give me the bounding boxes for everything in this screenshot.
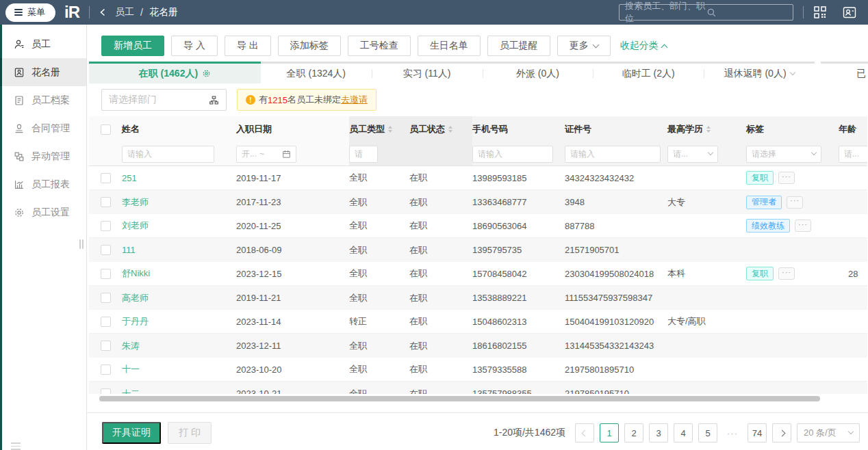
tab-1[interactable]: 全职 (1324人) <box>261 62 372 83</box>
tab-5[interactable]: 退休返聘 (0人) <box>704 62 815 83</box>
sort-icon[interactable] <box>388 126 392 133</box>
tab-label: 退休返聘 (0人) <box>724 68 787 80</box>
navbar-divider-right <box>803 6 804 18</box>
sidebar-item-label: 员工报表 <box>31 178 70 191</box>
toolbar-button-1[interactable]: 导 出 <box>225 36 271 56</box>
sidebar-item-archive[interactable]: 员工档案 <box>0 86 86 114</box>
search-icon <box>706 8 788 18</box>
cell-status: 在职 <box>409 286 472 310</box>
toolbar-button-2[interactable]: 添加标签 <box>278 36 341 56</box>
page-button-4[interactable]: 4 <box>674 423 693 442</box>
row-checkbox[interactable] <box>101 341 111 351</box>
cell-hire-date: 2023-12-11 <box>236 334 349 358</box>
page-button-1[interactable]: 1 <box>600 423 619 442</box>
tab-3[interactable]: 外派 (0人) <box>483 62 593 83</box>
back-button[interactable] <box>99 8 107 16</box>
page-button-2[interactable]: 2 <box>624 423 643 442</box>
row-checkbox[interactable] <box>101 245 111 255</box>
sort-icon[interactable] <box>448 126 452 133</box>
toolbar-button-5[interactable]: 员工提醒 <box>487 36 550 56</box>
employee-name-link[interactable]: 251 <box>122 173 137 183</box>
employee-name-link[interactable]: 李老师 <box>122 196 149 209</box>
filter-id-input[interactable]: 请输入 <box>565 146 661 163</box>
employee-name-link[interactable]: 刘老师 <box>122 220 149 232</box>
tag-more-button[interactable] <box>795 220 811 232</box>
row-checkbox[interactable] <box>101 221 111 231</box>
filter-type-input[interactable]: 请 <box>349 146 378 163</box>
sidebar-item-settings[interactable]: 员工设置 <box>0 198 86 226</box>
tab-4[interactable]: 临时工 (2人) <box>593 62 704 83</box>
tab-0[interactable]: 在职 (1462人) <box>89 62 261 83</box>
table-row: 251 2019-11-17 全职 在职 13989593185 3432432… <box>89 166 867 190</box>
sidebar-item-contract[interactable]: 合同管理 <box>0 114 86 142</box>
select-all-checkbox[interactable] <box>101 124 111 135</box>
table-header: 姓名 入职日期 员工类型 员工状态 手机号码 证件号 最高学历 标签 年龄 请输… <box>89 116 867 166</box>
page-button-5[interactable]: 5 <box>698 423 717 442</box>
invite-link[interactable]: 去邀请 <box>341 94 368 106</box>
page-size-value: 20 条/页 <box>804 427 837 439</box>
employee-name-link[interactable]: 十二 <box>122 388 140 395</box>
employee-name-link[interactable]: 111 <box>122 245 136 255</box>
menu-button[interactable]: 菜单 <box>5 3 55 22</box>
row-checkbox[interactable] <box>101 317 111 327</box>
tag-more-button[interactable] <box>778 267 795 280</box>
cell-hire-date: 2018-06-09 <box>236 238 349 262</box>
add-employee-button[interactable]: 新增员工 <box>101 36 164 56</box>
filter-tags-select[interactable]: 请选择 <box>746 146 821 163</box>
chevron-down-icon <box>789 69 795 75</box>
filter-phone-input[interactable]: 请输入 <box>472 146 553 163</box>
employee-name-link[interactable]: 于丹丹 <box>122 315 149 328</box>
sidebar-item-roster[interactable]: 花名册 <box>0 58 86 86</box>
tab-overflow[interactable]: 已 <box>821 62 868 83</box>
prev-page-button[interactable] <box>575 423 594 442</box>
department-select[interactable]: 请选择部门 <box>101 89 227 111</box>
tag-more-button[interactable] <box>787 196 803 209</box>
row-checkbox[interactable] <box>101 365 111 375</box>
top-navbar: 菜单 iR 员工 / 花名册 搜索员工、部门、职位 <box>0 0 868 25</box>
collapse-categories-link[interactable]: 收起分类 <box>620 40 667 52</box>
next-page-button[interactable] <box>772 423 791 442</box>
page-button-3[interactable]: 3 <box>649 423 668 442</box>
breadcrumb-parent[interactable]: 员工 <box>115 6 134 18</box>
cell-age: 28 <box>839 262 867 285</box>
main-content: 新增员工 导 入导 出添加标签工号检查生日名单员工提醒 更多 收起分类 在职 (… <box>87 25 868 450</box>
sidebar-item-report[interactable]: 员工报表 <box>0 170 86 198</box>
page-button-74[interactable]: 74 <box>748 423 767 442</box>
row-checkbox[interactable] <box>101 197 111 207</box>
issue-certificate-button[interactable]: 开具证明 <box>102 422 161 444</box>
sidebar-item-transfer[interactable]: 异动管理 <box>0 142 86 170</box>
employee-name-link[interactable]: 舒Nikki <box>122 267 150 280</box>
filter-date-range[interactable]: 开... ~ <box>236 146 296 163</box>
sidebar-item-employee[interactable]: 员工 <box>0 30 86 58</box>
page-size-select[interactable]: 20 条/页 <box>797 423 860 442</box>
employee-name-link[interactable]: 十一 <box>122 363 140 375</box>
sort-icon[interactable] <box>706 126 711 133</box>
tab-2[interactable]: 实习 (11人) <box>372 62 483 83</box>
archive-icon <box>14 95 25 106</box>
employee-name-link[interactable]: 高老师 <box>122 292 149 304</box>
filter-age-input[interactable]: 请... <box>839 146 867 163</box>
row-checkbox[interactable] <box>101 269 111 279</box>
scrollbar-thumb[interactable] <box>99 396 820 401</box>
row-checkbox[interactable] <box>101 388 111 394</box>
category-tabs: 在职 (1462人)全职 (1324人)实习 (11人)外派 (0人)临时工 (… <box>89 62 868 83</box>
toolbar-button-3[interactable]: 工号检查 <box>348 36 411 56</box>
cell-phone: 13579335588 <box>472 358 565 381</box>
sidebar-collapse-icon[interactable] <box>11 442 21 450</box>
row-checkbox[interactable] <box>101 293 111 303</box>
tag-more-button[interactable] <box>778 172 795 184</box>
filter-name-input[interactable]: 请输入 <box>122 146 214 163</box>
cell-status: 在职 <box>409 310 472 333</box>
row-checkbox[interactable] <box>101 173 111 183</box>
sidebar-resize-handle[interactable] <box>79 239 84 249</box>
employee-name-link[interactable]: 朱涛 <box>122 340 140 352</box>
toolbar-button-0[interactable]: 导 入 <box>171 36 218 56</box>
cell-status: 在职 <box>409 382 472 394</box>
contact-card-icon[interactable] <box>842 5 857 19</box>
more-button[interactable]: 更多 <box>557 36 611 56</box>
qr-code-icon[interactable] <box>813 5 827 19</box>
toolbar-button-4[interactable]: 生日名单 <box>418 36 481 56</box>
filter-education-select[interactable]: 请... <box>667 146 718 163</box>
cell-age <box>839 166 867 189</box>
global-search-input[interactable]: 搜索员工、部门、职位 <box>619 4 793 21</box>
